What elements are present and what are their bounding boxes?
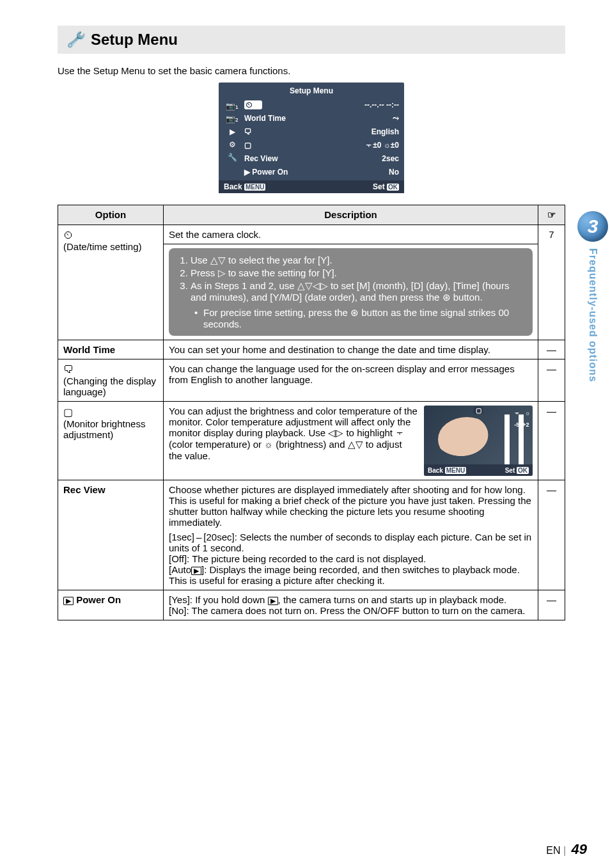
setup-row-clock: ⏲ --.--.-- --:-- xyxy=(244,99,399,111)
opt-monitor-sub: (Monitor brightness adjustment) xyxy=(63,418,145,440)
world-time-icon: ⤳ xyxy=(393,114,399,123)
setup-menu-title: Setup Menu xyxy=(219,84,404,99)
recview-para2b: [Off]: The picture being recorded to the… xyxy=(169,553,533,564)
chapter-label: Frequently-used options xyxy=(587,244,598,386)
clock-summary: Set the camera clock. xyxy=(164,225,538,244)
menu-button-icon: MENU xyxy=(445,467,466,474)
setup-row-poweron: ▶ Power On No xyxy=(244,166,399,178)
clock-step3: As in Steps 1 and 2, use △▽◁▷ to set [M]… xyxy=(191,280,524,303)
preview-photo-subject xyxy=(438,417,496,462)
setup-row-recview: Rec View 2sec xyxy=(244,153,399,164)
rec-view-value: 2sec xyxy=(382,154,399,163)
footer-lang: EN xyxy=(546,845,560,856)
world-time-label: World Time xyxy=(244,114,286,123)
page-footer: EN | 49 xyxy=(546,841,587,858)
opt-language-sub: (Changing the display language) xyxy=(63,375,156,397)
table-row: ▶ Power On [Yes]: If you hold down ▶, th… xyxy=(58,590,565,620)
desc-monitor: You can adjust the brightness and color … xyxy=(164,402,538,480)
opt-clock-sub: (Date/time setting) xyxy=(63,241,142,252)
gear-tab-icon: ⚙ xyxy=(229,140,236,149)
menu-button-icon: MENU xyxy=(244,184,265,191)
rec-view-label: Rec View xyxy=(244,154,278,163)
clock-steps-panel: Use △▽ to select the year for [Y]. Press… xyxy=(169,248,533,336)
poweron-no: [No]: The camera does not turn on. Press… xyxy=(169,605,526,616)
intro-text: Use the Setup Menu to set the basic came… xyxy=(58,65,565,76)
desc-poweron: [Yes]: If you hold down ▶, the camera tu… xyxy=(164,590,538,620)
play-icon: ▶ xyxy=(63,597,74,605)
ref-language: — xyxy=(538,359,565,402)
setup-row-world: World Time ⤳ xyxy=(244,113,399,124)
monitor-adjust-preview: ▢ ⫟ ☼ -5 +2 xyxy=(424,406,533,476)
table-row: World Time You can set your home and des… xyxy=(58,340,565,359)
footer-page-number: 49 xyxy=(572,841,587,857)
th-description: Description xyxy=(164,205,538,225)
setup-row-language: 🗨 English xyxy=(244,126,399,138)
camera1-icon: 📷₁ xyxy=(226,102,239,111)
table-row: ⏲ (Date/time setting) Set the camera clo… xyxy=(58,225,565,340)
opt-language: 🗨 (Changing the display language) xyxy=(58,359,164,402)
desc-clock: Set the camera clock. Use △▽ to select t… xyxy=(164,225,538,340)
clock-value: --.--.-- --:-- xyxy=(364,100,399,109)
monitor-icon: ▢ xyxy=(244,141,250,150)
recview-para1: Choose whether pictures are displayed im… xyxy=(169,484,533,528)
language-icon: 🗨 xyxy=(244,127,252,136)
clock-step1: Use △▽ to select the year for [Y]. xyxy=(191,255,524,266)
chapter-badge: 3 xyxy=(577,211,608,242)
play-icon: ▶ xyxy=(191,567,201,575)
wrench-tab-icon: 🔧 xyxy=(228,153,237,162)
preview-footer: Back MENU Set OK xyxy=(424,464,533,476)
setup-row-monitor: ▢ ⫟±0 ☼±0 xyxy=(244,139,399,151)
setup-footer: Back MENU Set OK xyxy=(219,180,404,193)
wrench-icon: 🔧 xyxy=(67,30,85,49)
play-tab-icon: ▶ xyxy=(230,127,235,136)
ok-button-icon: OK xyxy=(387,184,399,191)
power-on-label: ▶ Power On xyxy=(244,168,288,177)
opt-poweron: ▶ Power On xyxy=(58,590,164,620)
setup-tab-icons: 📷₁ 📷₂ ▶ ⚙ 🔧 xyxy=(224,99,240,178)
opt-recview: Rec View xyxy=(58,480,164,590)
preview-set: Set OK xyxy=(505,467,529,474)
desc-world: You can set your home and destination to… xyxy=(164,340,538,359)
clock-bullet: For precise time setting, press the ⊛ bu… xyxy=(194,307,524,329)
settings-table: Option Description ☞ ⏲ (Date/time settin… xyxy=(58,205,565,620)
setup-set: Set OK xyxy=(373,182,399,191)
opt-monitor: ▢ (Monitor brightness adjustment) xyxy=(58,402,164,480)
ref-monitor: — xyxy=(538,402,565,480)
monitor-icon: ▢ xyxy=(63,406,72,418)
language-icon: 🗨 xyxy=(63,364,74,375)
setup-back: Back MENU xyxy=(224,182,265,191)
ref-recview: — xyxy=(538,480,565,590)
ref-clock: 7 xyxy=(538,225,565,340)
thumb-monitor-icon: ▢ xyxy=(474,407,483,414)
th-option: Option xyxy=(58,205,164,225)
ok-button-icon: OK xyxy=(517,467,529,474)
side-tab: 3 Frequently-used options xyxy=(575,211,610,386)
opt-clock: ⏲ (Date/time setting) xyxy=(58,225,164,340)
recview-para2c: [Auto▶]: Displays the image being record… xyxy=(169,564,533,586)
desc-language: You can change the language used for the… xyxy=(164,359,538,402)
table-row: ▢ (Monitor brightness adjustment) You ca… xyxy=(58,402,565,480)
scale-icons: ⫟ ☼ -5 +2 xyxy=(514,411,530,428)
clock-icon: ⏲ xyxy=(244,100,262,109)
setup-menu-screen: Setup Menu 📷₁ 📷₂ ▶ ⚙ 🔧 ⏲ --.--.-- --:-- … xyxy=(219,83,404,193)
table-row: 🗨 (Changing the display language) You ca… xyxy=(58,359,565,402)
monitor-desc-text: You can adjust the brightness and color … xyxy=(169,406,418,461)
preview-back: Back MENU xyxy=(428,467,466,474)
ref-poweron: — xyxy=(538,590,565,620)
opt-world: World Time xyxy=(58,340,164,359)
monitor-value: ⫟±0 ☼±0 xyxy=(365,141,399,150)
clock-step2: Press ▷ to save the setting for [Y]. xyxy=(191,267,524,279)
power-on-value: No xyxy=(389,168,399,177)
camera2-icon: 📷₂ xyxy=(226,114,239,123)
color-temp-scale xyxy=(504,414,510,466)
clock-icon: ⏲ xyxy=(63,230,74,241)
th-ref: ☞ xyxy=(538,205,565,225)
page-heading: 🔧 Setup Menu xyxy=(58,26,565,54)
play-icon: ▶ xyxy=(268,597,278,605)
table-row: Rec View Choose whether pictures are dis… xyxy=(58,480,565,590)
page-title: Setup Menu xyxy=(91,31,178,49)
language-value: English xyxy=(371,127,399,136)
ref-world: — xyxy=(538,340,565,359)
recview-para2a: [1sec] – [20sec]: Selects the number of … xyxy=(169,532,533,553)
desc-recview: Choose whether pictures are displayed im… xyxy=(164,480,538,590)
